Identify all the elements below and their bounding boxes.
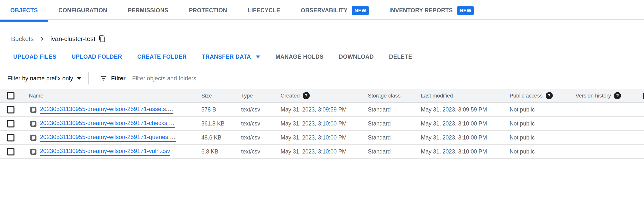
column-header-type: Type (241, 93, 253, 99)
cell-last-modified: May 31, 2023, 3:09:59 PM (421, 106, 510, 113)
filter-list-icon (99, 75, 108, 82)
cell-type: text/csv (241, 106, 280, 113)
manage-holds-button[interactable]: MANAGE HOLDS (276, 54, 324, 60)
bucket-name: ivan-cluster-test (50, 35, 96, 43)
cell-last-modified: May 31, 2023, 3:10:00 PM (421, 120, 510, 127)
select-row-checkbox[interactable] (7, 148, 14, 155)
column-header-created: Created (280, 93, 300, 99)
button-label: CREATE FOLDER (137, 54, 187, 60)
tab-label: PERMISSIONS (128, 7, 168, 14)
object-name-link[interactable]: 20230531130955-dreamy-wilson-259171-quer… (40, 134, 176, 142)
table-row: 20230531130955-dreamy-wilson-259171-quer… (0, 131, 644, 145)
new-badge: NEW (457, 6, 474, 15)
cell-version-history: — (576, 134, 643, 141)
bucket-details-page: OBJECTS CONFIGURATION PERMISSIONS PROTEC… (0, 0, 644, 223)
cell-type: text/csv (241, 148, 280, 155)
button-label: UPLOAD FILES (13, 54, 56, 60)
vertical-divider (88, 72, 89, 85)
cell-public-access: Not public (510, 120, 576, 127)
cell-version-history: — (576, 120, 643, 127)
tab-inventory-reports[interactable]: INVENTORY REPORTS NEW (379, 1, 484, 20)
download-button[interactable]: DOWNLOAD (339, 54, 374, 60)
tab-label: INVENTORY REPORTS (390, 7, 453, 14)
select-row-checkbox[interactable] (7, 120, 14, 127)
button-label: UPLOAD FOLDER (72, 54, 122, 60)
object-name: 20230531130955-dreamy-wilson-259171-quer… (40, 134, 168, 140)
cell-type: text/csv (241, 120, 280, 127)
select-all-checkbox[interactable] (7, 92, 14, 99)
tab-label: LIFECYCLE (248, 7, 280, 14)
button-label: MANAGE HOLDS (276, 54, 324, 60)
file-icon (30, 107, 36, 113)
cell-size: 48.6 KB (201, 134, 241, 141)
cell-last-modified: May 31, 2023, 3:10:00 PM (421, 148, 510, 155)
file-icon (30, 135, 36, 141)
cell-storage-class: Standard (368, 134, 421, 141)
help-icon[interactable]: ? (546, 92, 553, 99)
object-name-link[interactable]: 20230531130955-dreamy-wilson-259171-chec… (40, 120, 174, 128)
tab-lifecycle[interactable]: LIFECYCLE (238, 1, 290, 20)
column-header-last-modified: Last modified (421, 93, 453, 99)
tab-label: OBJECTS (10, 7, 38, 14)
chevron-right-icon (39, 35, 46, 42)
cell-created: May 31, 2023, 3:10:00 PM (280, 148, 368, 155)
help-icon[interactable]: ? (303, 92, 310, 99)
create-folder-button[interactable]: CREATE FOLDER (137, 54, 187, 60)
filter-objects-input[interactable] (132, 75, 304, 82)
column-header-version-history: Version history (576, 93, 611, 99)
tab-label: OBSERVABILITY (301, 7, 348, 14)
objects-table-body: 20230531130955-dreamy-wilson-259171-asse… (0, 103, 644, 159)
column-header-public-access: Public access (510, 93, 543, 99)
table-row: 20230531130955-dreamy-wilson-259171-asse… (0, 103, 644, 117)
filter-label: Filter (111, 75, 126, 82)
breadcrumb-buckets-link[interactable]: Buckets (11, 35, 34, 43)
truncation-dots: .… (167, 120, 175, 126)
bucket-tabs: OBJECTS CONFIGURATION PERMISSIONS PROTEC… (0, 0, 644, 20)
tab-permissions[interactable]: PERMISSIONS (118, 1, 178, 20)
object-actions-toolbar: UPLOAD FILES UPLOAD FOLDER CREATE FOLDER… (13, 50, 428, 63)
object-name-link[interactable]: 20230531130955-dreamy-wilson-259171-vuln… (40, 148, 170, 156)
button-label: DELETE (389, 54, 412, 60)
upload-files-button[interactable]: UPLOAD FILES (13, 54, 56, 60)
column-header-name: Name (29, 93, 44, 99)
cell-storage-class: Standard (368, 120, 421, 127)
button-label: TRANSFER DATA (202, 54, 251, 60)
cell-type: text/csv (241, 134, 280, 141)
tab-observability[interactable]: OBSERVABILITY NEW (290, 1, 379, 20)
object-name-link[interactable]: 20230531130955-dreamy-wilson-259171-asse… (40, 106, 174, 114)
cell-storage-class: Standard (368, 106, 421, 113)
filter-bar: Filter by name prefix only Filter (7, 72, 304, 85)
filter-scope-label: Filter by name prefix only (7, 75, 73, 82)
objects-table-header: Name Size Type Created? Storage class La… (0, 89, 644, 103)
filter-scope-dropdown[interactable]: Filter by name prefix only (7, 75, 82, 82)
cell-version-history: — (576, 148, 643, 155)
tab-label: PROTECTION (189, 7, 227, 14)
new-badge: NEW (352, 6, 368, 15)
select-row-checkbox[interactable] (7, 134, 14, 141)
cell-public-access: Not public (510, 106, 576, 113)
chevron-down-icon (256, 56, 260, 58)
select-row-checkbox[interactable] (7, 106, 14, 113)
cell-public-access: Not public (510, 148, 576, 155)
tab-protection[interactable]: PROTECTION (178, 1, 238, 20)
button-label: DOWNLOAD (339, 54, 374, 60)
cell-public-access: Not public (510, 134, 576, 141)
copy-icon[interactable] (98, 35, 106, 43)
cell-size: 6.8 KB (201, 148, 241, 155)
object-name: 20230531130955-dreamy-wilson-259171-asse… (40, 106, 166, 112)
cell-created: May 31, 2023, 3:10:00 PM (280, 120, 368, 127)
table-row: 20230531130955-dreamy-wilson-259171-vuln… (0, 145, 644, 159)
breadcrumb: Buckets ivan-cluster-test (11, 34, 106, 44)
tab-configuration[interactable]: CONFIGURATION (48, 1, 118, 20)
upload-folder-button[interactable]: UPLOAD FOLDER (72, 54, 122, 60)
cell-created: May 31, 2023, 3:10:00 PM (280, 134, 368, 141)
file-icon (30, 121, 36, 127)
file-icon (30, 149, 36, 155)
cell-last-modified: May 31, 2023, 3:10:00 PM (421, 134, 510, 141)
tab-objects[interactable]: OBJECTS (0, 1, 48, 20)
column-header-size: Size (201, 93, 212, 99)
object-name: 20230531130955-dreamy-wilson-259171-chec… (40, 120, 167, 126)
transfer-data-button[interactable]: TRANSFER DATA (202, 54, 260, 60)
delete-button[interactable]: DELETE (389, 54, 412, 60)
help-icon[interactable]: ? (614, 92, 621, 99)
